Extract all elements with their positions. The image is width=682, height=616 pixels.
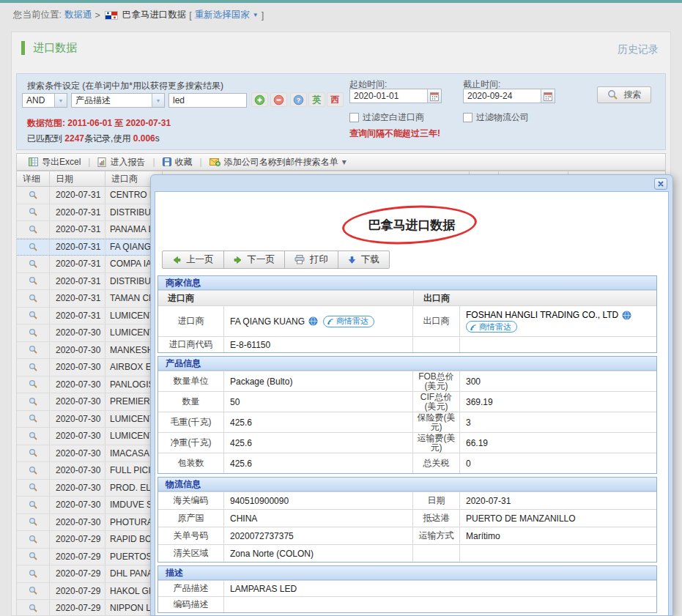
magnifier-icon[interactable] [29, 535, 38, 544]
row-date: 2020-07-30 [50, 411, 105, 428]
magnifier-icon[interactable] [29, 363, 38, 372]
row-detail-cell[interactable] [17, 308, 50, 324]
filter-logistics-checkbox[interactable] [463, 113, 472, 122]
row-detail-cell[interactable] [17, 256, 50, 272]
field-label [413, 545, 460, 562]
end-date-input[interactable] [464, 89, 541, 103]
chevron-down-icon: ▾ [342, 157, 346, 167]
magnifier-icon[interactable] [29, 379, 38, 389]
product-row: 包装数 425.6 总关税 0 [158, 453, 656, 473]
row-detail-cell[interactable] [17, 583, 50, 600]
row-detail-cell[interactable] [17, 324, 50, 341]
row-detail-cell[interactable] [17, 565, 50, 582]
magnifier-icon[interactable] [29, 552, 38, 561]
globe-icon[interactable] [622, 311, 631, 320]
search-field-select[interactable]: 产品描述 ▼ [71, 93, 165, 108]
importer-value: FA QIANG KUANG 商情雷达 [224, 306, 413, 336]
magnifier-icon[interactable] [29, 276, 38, 286]
importer-radar-badge[interactable]: 商情雷达 [323, 316, 374, 327]
favorite-button[interactable]: 收藏 [157, 156, 199, 168]
enter-report-button[interactable]: 进入报告 [92, 156, 151, 168]
row-detail-cell[interactable] [17, 411, 50, 428]
row-detail-cell[interactable] [17, 445, 50, 462]
download-button[interactable]: 下载 [338, 251, 390, 269]
magnifier-icon[interactable] [29, 294, 38, 303]
reselect-country-arrow-icon[interactable]: ▼ [253, 12, 259, 18]
row-detail-cell[interactable] [17, 204, 50, 221]
next-page-button[interactable]: 下一页 [223, 251, 286, 269]
breadcrumb-site-link[interactable]: 数据通 [64, 9, 92, 21]
row-detail-cell[interactable] [17, 221, 50, 238]
row-detail-cell[interactable] [17, 531, 50, 548]
row-detail-cell[interactable] [17, 359, 50, 376]
chevron-down-icon[interactable]: ▼ [54, 94, 67, 107]
magnifier-icon[interactable] [29, 604, 38, 613]
magnifier-icon[interactable] [29, 207, 38, 217]
row-detail-cell[interactable] [17, 290, 50, 307]
field-value [224, 597, 656, 612]
magnifier-icon[interactable] [29, 225, 38, 234]
exporter-value: FOSHAN HANGLI TRADING CO., LTD 商情雷达 [460, 306, 656, 336]
calendar-icon[interactable] [427, 89, 441, 103]
magnifier-icon[interactable] [29, 483, 38, 492]
magnifier-icon[interactable] [29, 345, 38, 355]
keyword-input[interactable] [168, 93, 247, 108]
row-detail-cell[interactable] [17, 342, 50, 359]
lang-spanish-button[interactable]: 西 [327, 92, 344, 107]
row-detail-cell[interactable] [17, 497, 50, 513]
magnifier-icon[interactable] [29, 190, 38, 200]
row-detail-cell[interactable] [17, 393, 50, 410]
magnifier-icon[interactable] [29, 259, 38, 269]
start-date-input[interactable] [350, 89, 427, 103]
magnifier-icon[interactable] [29, 448, 38, 458]
magnifier-icon[interactable] [29, 466, 38, 475]
row-detail-cell[interactable] [17, 428, 50, 445]
magnifier-icon[interactable] [29, 569, 38, 579]
modal-close-button[interactable] [654, 178, 667, 190]
field-value: 3 [460, 412, 656, 432]
reselect-country-link[interactable]: 重新选择国家 [195, 9, 250, 21]
field-label: 原产国 [158, 510, 224, 527]
enter-report-label: 进入报告 [110, 156, 145, 168]
magnifier-icon[interactable] [29, 517, 38, 527]
add-mail-list-button[interactable]: 添加公司名称到邮件搜索名单 ▾ [204, 156, 352, 168]
history-link[interactable]: 历史记录 [618, 43, 659, 56]
row-detail-cell[interactable] [17, 549, 50, 565]
row-detail-cell[interactable] [17, 273, 50, 290]
arrow-left-icon [172, 256, 181, 264]
row-detail-cell[interactable] [17, 240, 50, 256]
magnifier-icon[interactable] [29, 586, 38, 595]
logistics-row: 清关区域 Zona Norte (COLON) [158, 544, 656, 562]
globe-icon[interactable] [308, 316, 318, 326]
lang-english-button[interactable]: 英 [308, 92, 325, 107]
remove-condition-button[interactable] [270, 92, 287, 107]
column-header-date[interactable]: 日期 [50, 171, 105, 186]
add-condition-button[interactable] [251, 92, 268, 107]
print-button[interactable]: 打印 [284, 251, 338, 269]
magnifier-icon[interactable] [29, 242, 38, 252]
row-detail-cell[interactable] [17, 462, 50, 479]
export-excel-button[interactable]: 导出Excel [23, 156, 86, 168]
magnifier-icon[interactable] [29, 311, 38, 320]
row-detail-cell[interactable] [17, 187, 50, 204]
filter-blank-importer-checkbox[interactable] [349, 113, 359, 122]
search-button[interactable]: 搜索 [597, 86, 651, 103]
magnifier-icon[interactable] [29, 328, 38, 338]
magnifier-icon[interactable] [29, 500, 38, 510]
column-header-detail[interactable]: 详细 [17, 171, 50, 186]
row-detail-cell[interactable] [17, 376, 50, 393]
row-detail-cell[interactable] [17, 514, 50, 531]
magnifier-icon[interactable] [29, 414, 38, 423]
prev-page-button[interactable]: 上一页 [162, 251, 224, 269]
row-detail-cell[interactable] [17, 480, 50, 497]
field-value: 66.19 [460, 433, 656, 453]
help-button[interactable]: ? [290, 92, 307, 107]
modal-title: 巴拿马进口数据 [368, 218, 456, 232]
exporter-radar-badge[interactable]: 商情雷达 [466, 321, 517, 333]
row-detail-cell[interactable] [17, 600, 50, 615]
calendar-icon[interactable] [541, 89, 555, 103]
chevron-down-icon[interactable]: ▼ [152, 94, 164, 107]
magnifier-icon[interactable] [29, 431, 38, 441]
bool-operator-select[interactable]: AND ▼ [22, 93, 67, 108]
magnifier-icon[interactable] [29, 397, 38, 407]
